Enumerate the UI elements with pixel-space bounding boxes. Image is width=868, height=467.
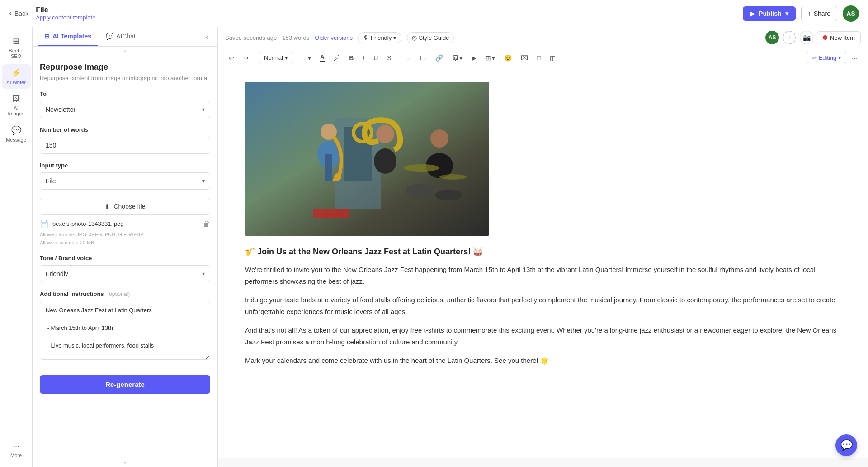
friendly-button[interactable]: 🎙 Friendly ▾: [358, 32, 401, 43]
svg-point-12: [430, 129, 448, 148]
toolbar-extra-btn1[interactable]: □: [533, 52, 544, 64]
italic-button[interactable]: I: [359, 52, 368, 64]
undo-button[interactable]: ↩: [225, 52, 238, 64]
image-button[interactable]: 🖼 ▾: [448, 52, 466, 64]
avatar-initials: AS: [846, 10, 855, 17]
tone-select[interactable]: Friendly Professional Casual Formal: [40, 265, 210, 282]
toolbar-divider-2: [296, 53, 296, 62]
input-type-select-wrapper: File URL Text: [40, 172, 210, 190]
sidebar-item-message[interactable]: 💬 Message: [2, 122, 31, 146]
file-doc-icon: 📄: [40, 219, 49, 228]
sidebar-item-ai-writer[interactable]: ⚡ AI Writer: [2, 64, 31, 89]
input-type-select[interactable]: File URL Text: [40, 172, 210, 190]
panel-content: Repurpose image Repurpose content from i…: [33, 55, 217, 458]
new-item-button[interactable]: New Item: [817, 31, 861, 44]
editing-label: Editing: [819, 54, 837, 61]
format-toolbar: ↩ ↪ Normal ▾ ≡ ▾ A 🖊 B: [218, 48, 868, 67]
sidebar-item-brief-seo[interactable]: ⊞ Brief + SEO: [2, 33, 31, 62]
underline-button[interactable]: U: [370, 52, 382, 64]
align-button[interactable]: ≡ ▾: [300, 52, 315, 64]
content-para-1[interactable]: We're thrilled to invite you to the New …: [245, 264, 841, 287]
bullet-list-icon: ≡: [406, 54, 410, 62]
numbered-list-button[interactable]: 1≡: [415, 52, 430, 64]
content-para-2[interactable]: Indulge your taste buds at a variety of …: [245, 294, 841, 317]
avatar[interactable]: AS: [843, 5, 859, 22]
content-para-4[interactable]: Mark your calendars and come celebrate w…: [245, 355, 841, 367]
word-count: 153 words: [282, 34, 309, 41]
image-chevron-icon: ▾: [459, 54, 462, 62]
editor-avatar-initials: AS: [769, 34, 776, 41]
sidebar-label-brief-seo: Brief + SEO: [6, 48, 26, 59]
chat-bubble-icon: 💬: [840, 439, 853, 451]
svg-point-16: [439, 174, 467, 180]
left-sidebar: ⊞ Brief + SEO ⚡ AI Writer 🖼 AI Images 💬 …: [0, 27, 33, 467]
friendly-label: Friendly: [371, 34, 392, 41]
apply-template-link[interactable]: Apply content template: [36, 14, 95, 21]
camera-button[interactable]: 📷: [800, 31, 813, 44]
table-icon: ⊞: [486, 54, 491, 62]
tab-ai-chat[interactable]: 💬 AIChat: [99, 27, 142, 46]
more-toolbar-button[interactable]: ···: [848, 52, 861, 64]
tab-ai-templates[interactable]: ⊞ AI Templates: [38, 27, 98, 46]
editing-badge[interactable]: ✏ Editing ▾: [807, 52, 847, 63]
link-button[interactable]: 🔗: [432, 52, 447, 64]
file-section: File Apply content template: [36, 6, 95, 21]
table-button[interactable]: ⊞ ▾: [482, 52, 499, 64]
message-icon: 💬: [11, 125, 21, 135]
jazz-band-svg: [245, 82, 489, 236]
underline-icon: U: [373, 54, 378, 62]
delete-file-button[interactable]: 🗑: [203, 220, 210, 228]
choose-file-button[interactable]: ⬆ Choose file: [40, 198, 210, 215]
share-button[interactable]: ↑ Share: [801, 6, 837, 21]
saved-status: Saved seconds ago: [225, 34, 277, 41]
publish-button[interactable]: ▶ Publish ▾: [743, 6, 796, 21]
emoji-button[interactable]: 😊: [500, 52, 515, 64]
add-collaborator-button[interactable]: +: [783, 31, 796, 44]
style-guide-button[interactable]: ◎ Style Guide: [407, 32, 454, 43]
svg-point-13: [406, 184, 437, 197]
sidebar-item-ai-images[interactable]: 🖼 AI Images: [2, 91, 31, 120]
chat-bubble-button[interactable]: 💬: [835, 434, 857, 456]
words-label: Number of words: [40, 126, 210, 133]
sidebar-item-more[interactable]: ··· More: [2, 438, 31, 462]
strikethrough-alt-button[interactable]: ⌧: [517, 52, 532, 64]
content-para-3[interactable]: And that's not all! As a token of our ap…: [245, 324, 841, 348]
back-arrow-icon: ‹: [9, 9, 12, 18]
instructions-textarea[interactable]: New Orleans Jazz Fest at Latin Quarters …: [40, 301, 210, 360]
svg-point-14: [435, 190, 462, 200]
ai-chat-tab-label: AIChat: [116, 33, 136, 40]
text-color-button[interactable]: A: [316, 51, 328, 64]
text-color-icon: A: [320, 53, 325, 62]
redo-button[interactable]: ↪: [240, 52, 252, 64]
strikethrough-button[interactable]: S: [383, 52, 395, 64]
older-versions-link[interactable]: Older versions: [315, 34, 353, 41]
file-group: ⬆ Choose file 📄 pexels-photo-1343331.jpe…: [40, 198, 210, 247]
file-hints: Allowed formats JPG, JPEG, PNG, GIF, WEB…: [40, 231, 210, 247]
panel-collapse-button[interactable]: ‹: [202, 27, 212, 46]
to-select-wrapper: Newsletter Blog Post Social Post Email: [40, 101, 210, 118]
to-select[interactable]: Newsletter Blog Post Social Post Email: [40, 101, 210, 118]
play-button[interactable]: ▶: [468, 52, 480, 64]
toolbar-extra-btn2[interactable]: ◫: [546, 52, 559, 64]
editor-area: Saved seconds ago 153 words Older versio…: [218, 27, 868, 467]
regenerate-button[interactable]: Re-generate: [40, 375, 210, 394]
editor-avatar[interactable]: AS: [765, 31, 779, 44]
new-item-dot: [823, 35, 827, 40]
file-hint-formats: Allowed formats JPG, JPEG, PNG, GIF, WEB…: [40, 231, 210, 239]
input-type-label: Input type: [40, 162, 210, 169]
words-input[interactable]: [40, 137, 210, 154]
sidebar-label-more: More: [10, 453, 22, 458]
svg-rect-6: [326, 154, 332, 181]
back-button[interactable]: ‹ Back: [9, 9, 28, 18]
scroll-indicator-top: ▲: [33, 47, 217, 55]
bold-button[interactable]: B: [345, 52, 357, 64]
file-name: pexels-photo-1343331.jpeg: [52, 220, 199, 227]
style-guide-label: Style Guide: [419, 34, 449, 41]
style-select[interactable]: Normal ▾: [260, 52, 292, 63]
panel: ⊞ AI Templates 💬 AIChat ‹ ▲ Repurpose im…: [33, 27, 218, 467]
highlight-button[interactable]: 🖊: [330, 52, 344, 64]
editor-bottom-scrollbar[interactable]: [218, 458, 868, 467]
instructions-group: Additional instructions (optional) New O…: [40, 291, 210, 362]
sidebar-label-ai-images: AI Images: [6, 105, 26, 116]
bullet-list-button[interactable]: ≡: [403, 52, 414, 64]
